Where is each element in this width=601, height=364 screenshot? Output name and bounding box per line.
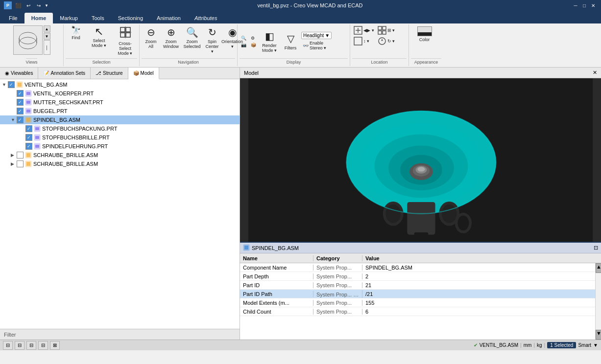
status-icon-btn4[interactable]: ⊟ [38, 341, 48, 350]
props-row-part-id-path[interactable]: Part ID Path System Prop... ↗ /21 [240, 290, 595, 298]
prt-icon-spindelfuehrung [33, 142, 41, 150]
toggle-ventil-bg[interactable]: ▼ [2, 82, 8, 87]
spin-center-button[interactable]: ↻ SpinCenter ▾ [203, 25, 221, 55]
scroll-up-btn[interactable]: ▲ [596, 263, 601, 273]
toggle-schraube-brille1[interactable]: ▶ [11, 153, 17, 158]
tab-markup[interactable]: Markup [53, 13, 85, 23]
svg-rect-60 [244, 246, 248, 250]
tab-viewables[interactable]: ◉ Viewables [0, 68, 38, 79]
tree-item-stopfbuchsbrille[interactable]: ✓ STOPFBUCHSBRILLE.PRT [0, 133, 240, 142]
tab-animation[interactable]: Animation [150, 13, 188, 23]
qat-redo-btn[interactable]: ↪ [34, 1, 43, 10]
prt-icon-mutter [24, 98, 32, 106]
maximize-btn[interactable]: □ [580, 1, 588, 9]
tree-item-mutter[interactable]: ✓ MUTTER_SECHSKANT.PRT [0, 98, 240, 107]
tree-item-stopfbuchspackung[interactable]: ✓ STOPFBUCHSPACKUNG.PRT [0, 124, 240, 133]
display-extra-icons: 🔍 📷 [240, 35, 248, 48]
scroll-track[interactable] [596, 273, 601, 330]
zoom-window-button[interactable]: ⊕ ZoomWindow [161, 25, 181, 50]
toggle-schraube-brille2[interactable]: ▶ [11, 161, 17, 166]
model-close-icon[interactable]: ✕ [593, 69, 597, 76]
check-spindelfuehrung[interactable]: ✓ [25, 143, 32, 150]
enable-stereo-button[interactable]: 👓 EnableStereo ▾ [301, 40, 328, 51]
props-row-part-id[interactable]: Part ID System Prop... 21 [240, 281, 595, 290]
prt-icon-stopfbuchsbrille [33, 134, 41, 141]
render-mode-button[interactable]: ◧ RenderMode ▾ [259, 29, 280, 54]
check-schraube-brille1[interactable] [17, 152, 24, 159]
scroll-down-btn[interactable]: ▼ [596, 330, 601, 340]
status-mode: Smart [578, 342, 591, 348]
select-mode-button[interactable]: ↖ SelectMode ▾ [87, 25, 111, 49]
loc-btn4[interactable]: ↻ ▾ [376, 36, 397, 46]
tree-item-ventil-koerper[interactable]: ✓ VENTIL_KOERPER.PRT [0, 89, 240, 98]
qat-dropdown[interactable]: ▼ [45, 3, 48, 8]
status-icon-btn1[interactable]: ⊟ [3, 341, 13, 350]
check-buegel[interactable]: ✓ [17, 108, 24, 114]
ribbon-group-location-label: Location [352, 58, 407, 65]
props-row-part-depth[interactable]: Part Depth System Prop... 2 [240, 272, 595, 281]
display-camera-btn[interactable]: 📷 [240, 42, 248, 48]
check-mutter[interactable]: ✓ [17, 99, 24, 106]
view-nav-down[interactable]: ▼ [44, 33, 50, 40]
tab-attributes[interactable]: Attributes [188, 13, 224, 23]
tab-file[interactable]: File [2, 13, 24, 23]
loc-icon3 [378, 26, 386, 35]
status-icon-btn3[interactable]: ⊟ [26, 341, 36, 350]
status-icon-btn5[interactable]: ⊠ [50, 341, 60, 350]
loc-btn1[interactable]: ◀▶ ▾ [352, 25, 376, 35]
check-ventil-bg[interactable]: ✓ [8, 81, 15, 88]
tab-tools[interactable]: Tools [85, 13, 111, 23]
check-ventil-koerper[interactable]: ✓ [17, 90, 24, 97]
props-expand-btn[interactable]: ⊡ [594, 245, 598, 251]
tree-item-spindelfuehrung[interactable]: ✓ SPINDELFUEHRUNG.PRT [0, 142, 240, 151]
display-box-btn[interactable]: 📦 [249, 42, 258, 48]
check-stopfbuchspackung[interactable]: ✓ [25, 125, 32, 132]
tab-sectioning[interactable]: Sectioning [111, 13, 150, 23]
cross-select-button[interactable]: Cross-SelectMode ▾ [112, 25, 139, 57]
tree-item-ventil-bg[interactable]: ▼ ✓ VENTIL_BG.ASM [0, 80, 240, 89]
check-schraube-brille2[interactable] [17, 160, 24, 167]
filters-button[interactable]: ▽ Filters [281, 32, 300, 51]
display-top-row: 🔍 📷 ⚙ 📦 ◧ RenderMode ▾ ▽ Filters [240, 25, 332, 57]
select-icon: ↖ [95, 26, 103, 37]
status-icon-btn2[interactable]: ⊟ [15, 341, 24, 350]
qat-save-btn[interactable]: ⬛ [14, 1, 23, 10]
headlight-dropdown[interactable]: Headlight ▼ [301, 32, 332, 39]
props-row-model-extents[interactable]: Model Extents (m... System Prop... 155 [240, 298, 595, 307]
status-dropdown-icon[interactable]: ▼ [593, 342, 598, 348]
view-thumbnail[interactable] [13, 25, 43, 55]
check-spindel-bg[interactable]: ✓ [17, 116, 24, 123]
tree-item-buegel[interactable]: ✓ BUEGEL.PRT [0, 107, 240, 115]
find-button[interactable]: 🔭 Find [66, 25, 86, 41]
view-nav-scroll[interactable]: │ [44, 40, 50, 55]
check-stopfbuchsbrille[interactable]: ✓ [25, 134, 32, 141]
tab-annotation-sets[interactable]: 📝 Annotation Sets [38, 68, 91, 79]
view-thumb-svg [14, 26, 42, 54]
props-scrollbar[interactable]: ▲ ▼ [595, 263, 601, 340]
tab-home[interactable]: Home [24, 13, 53, 23]
display-search-btn[interactable]: 🔍 [240, 35, 248, 41]
tab-model[interactable]: 📦 Model [128, 68, 159, 79]
minimize-btn[interactable]: ─ [572, 1, 579, 9]
toggle-spindel-bg[interactable]: ▼ [11, 117, 17, 122]
ribbon-group-navigation: ⊖ ZoomAll ⊕ ZoomWindow 🔍 ZoomSelected ↻ … [140, 24, 238, 66]
tree-container: ▼ ✓ VENTIL_BG.ASM ✓ [0, 79, 240, 329]
loc-btn3[interactable]: ⊞ ▾ [376, 25, 397, 35]
tree-item-schraube-brille2[interactable]: ▶ SCHRAUBE_BRILLE.ASM [0, 159, 240, 168]
props-row-component-name[interactable]: Component Name System Prop... SPINDEL_BG… [240, 263, 595, 272]
color-button[interactable]: Color [411, 25, 438, 43]
display-gear-btn[interactable]: ⚙ [249, 35, 258, 41]
view-nav-up[interactable]: ▲ [44, 25, 50, 32]
viewport[interactable] [240, 78, 601, 242]
props-header: SPINDEL_BG.ASM ⊡ [240, 243, 601, 253]
tab-structure[interactable]: ⎇ Structure [91, 68, 128, 79]
loc-btn2[interactable]: ↕ ▾ [352, 36, 376, 46]
close-btn[interactable]: ✕ [589, 1, 597, 9]
zoom-selected-button[interactable]: 🔍 ZoomSelected [182, 25, 202, 50]
tree-item-spindel-bg[interactable]: ▼ ✓ SPINDEL_BG.ASM [0, 115, 240, 124]
structure-icon: ⎇ [96, 70, 101, 76]
props-row-child-count[interactable]: Child Count System Prop... 6 [240, 307, 595, 316]
zoom-all-button[interactable]: ⊖ ZoomAll [142, 25, 160, 50]
tree-item-schraube-brille1[interactable]: ▶ SCHRAUBE_BRILLE.ASM [0, 151, 240, 159]
qat-undo-btn[interactable]: ↩ [24, 1, 33, 10]
